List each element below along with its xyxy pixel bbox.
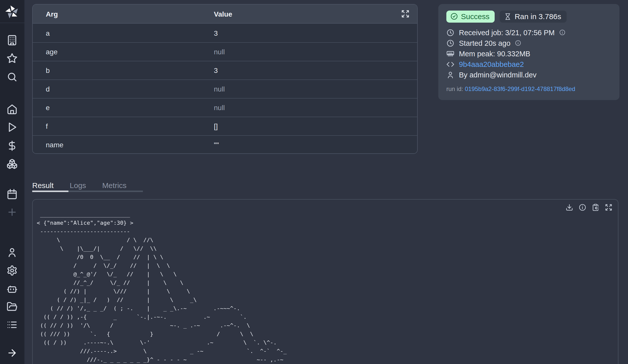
- script-hash-line: 9b4aaa20abbebae2: [446, 59, 611, 69]
- value-col-header: Value: [214, 10, 401, 18]
- code-icon: [446, 60, 454, 68]
- resources-boxes-icon[interactable]: [7, 158, 18, 169]
- runs-play-icon[interactable]: [7, 122, 18, 133]
- arg-value: 3: [214, 66, 417, 74]
- info-icon[interactable]: [515, 40, 522, 46]
- started-line: Started 20s ago: [446, 38, 611, 48]
- home-icon[interactable]: [7, 104, 18, 115]
- sidebar: [0, 0, 25, 364]
- run-by-line: By admin@windmill.dev: [446, 69, 611, 80]
- args-table: Arg Value a3agenullb3dnullenullf[]name"": [32, 4, 418, 154]
- table-row: name"": [33, 135, 417, 154]
- variables-dollar-icon[interactable]: [7, 140, 18, 151]
- plus-icon[interactable]: [7, 207, 18, 218]
- arg-name: f: [33, 122, 214, 130]
- memory-icon: [446, 50, 454, 58]
- table-row: a3: [33, 24, 417, 42]
- clock-icon: [446, 39, 454, 47]
- download-icon[interactable]: [566, 203, 574, 211]
- result-ascii-output: ___________________________ < {"name":"A…: [37, 210, 287, 364]
- arg-value: null: [214, 104, 417, 112]
- result-panel: ___________________________ < {"name":"A…: [32, 199, 618, 364]
- expand-args-icon[interactable]: [401, 9, 411, 19]
- table-row: agenull: [33, 42, 417, 61]
- arg-name: a: [33, 29, 214, 37]
- status-badge-row: Success Ran in 3.786s: [446, 10, 611, 23]
- run-by-text: By admin@windmill.dev: [459, 71, 536, 79]
- status-badge-label: Success: [461, 12, 489, 21]
- windmill-logo-icon[interactable]: [5, 5, 20, 20]
- arg-name: name: [33, 141, 214, 149]
- received-job-text: Received job: 3/21, 07:56 PM: [459, 28, 555, 36]
- info-icon[interactable]: [559, 29, 566, 36]
- expand-result-icon[interactable]: [605, 203, 613, 211]
- arg-name: b: [33, 66, 214, 74]
- arg-name: age: [33, 48, 214, 56]
- result-actions: [566, 203, 613, 211]
- args-table-body: a3agenullb3dnullenullf[]name"": [33, 24, 417, 154]
- tab-logs[interactable]: Logs: [70, 177, 86, 191]
- table-row: enull: [33, 98, 417, 117]
- schedules-calendar-icon[interactable]: [7, 189, 18, 200]
- arg-name: d: [33, 85, 214, 93]
- duration-chip: Ran in 3.786s: [499, 11, 567, 23]
- check-circle-icon: [450, 13, 458, 20]
- workers-robot-icon[interactable]: [7, 284, 18, 295]
- tab-metrics[interactable]: Metrics: [102, 177, 127, 191]
- tab-result[interactable]: Result: [32, 177, 54, 191]
- copy-clipboard-icon[interactable]: [592, 203, 600, 211]
- search-icon[interactable]: [7, 71, 18, 82]
- duration-label: Ran in 3.786s: [515, 12, 561, 21]
- table-row: dnull: [33, 79, 417, 98]
- user-icon[interactable]: [7, 247, 18, 258]
- table-row: f[]: [33, 117, 417, 135]
- script-hash-link[interactable]: 9b4aaa20abbebae2: [459, 60, 524, 68]
- mem-peak-line: Mem peak: 90.332MB: [446, 48, 611, 59]
- star-icon[interactable]: [7, 53, 18, 64]
- folder-open-icon[interactable]: [7, 301, 18, 312]
- sidebar-divider: [0, 23, 25, 23]
- arg-value: 3: [214, 29, 417, 37]
- arg-value: null: [214, 85, 417, 93]
- started-text: Started 20s ago: [459, 39, 511, 47]
- run-id-label: run id:: [446, 85, 463, 93]
- arg-value: null: [214, 48, 417, 56]
- info-icon[interactable]: [579, 203, 587, 211]
- job-status-panel: Success Ran in 3.786s Received job: 3/21…: [438, 4, 619, 100]
- table-row: b3: [33, 61, 417, 79]
- active-tab-underline: [32, 191, 68, 192]
- clock-icon: [446, 28, 454, 36]
- arg-value: "": [214, 141, 417, 149]
- arg-value: []: [214, 122, 417, 130]
- settings-gear-icon[interactable]: [7, 265, 18, 276]
- windmill-job-page: Arg Value a3agenullb3dnullenullf[]name""…: [0, 0, 628, 364]
- hourglass-icon: [504, 13, 511, 20]
- args-col-header: Arg: [33, 10, 214, 18]
- person-icon: [446, 71, 454, 79]
- result-tabs: ResultLogsMetrics: [32, 177, 143, 192]
- received-job-line: Received job: 3/21, 07:56 PM: [446, 27, 611, 38]
- run-id-line: run id: 0195b9a2-83f6-299f-d192-478817f8…: [446, 85, 611, 93]
- run-list-icon[interactable]: [7, 319, 18, 330]
- mem-peak-text: Mem peak: 90.332MB: [459, 50, 530, 58]
- arg-name: e: [33, 104, 214, 112]
- arrow-right-icon[interactable]: [7, 347, 18, 358]
- args-table-header: Arg Value: [33, 5, 417, 24]
- building-icon[interactable]: [7, 35, 18, 46]
- run-id-link[interactable]: 0195b9a2-83f6-299f-d192-478817f8d8ed: [465, 85, 575, 93]
- status-badge: Success: [446, 11, 494, 23]
